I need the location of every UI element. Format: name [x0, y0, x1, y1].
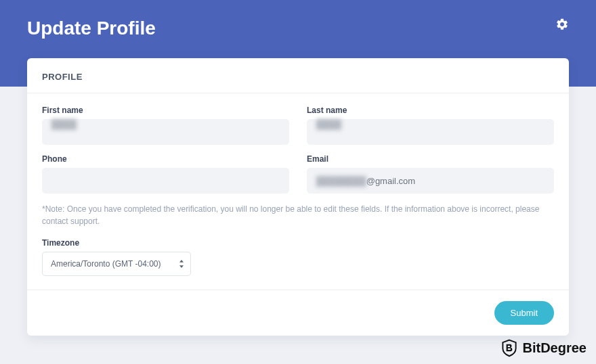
timezone-select[interactable]: America/Toronto (GMT -04:00): [42, 252, 191, 276]
phone-field[interactable]: [42, 168, 289, 194]
last-name-label: Last name: [307, 106, 554, 115]
first-name-label: First name: [42, 106, 289, 115]
verification-note: *Note: Once you have completed the verif…: [42, 203, 554, 227]
card-body: First name ████ Last name ████ Phone Ema…: [27, 93, 569, 276]
name-row: First name ████ Last name ████: [42, 106, 554, 145]
card-header: PROFILE: [27, 58, 569, 93]
page-title: Update Profile: [27, 18, 156, 39]
watermark: BitDegree: [500, 338, 587, 357]
email-label: Email: [307, 154, 554, 164]
card-footer: Submit: [27, 290, 569, 336]
email-field[interactable]: ████████@gmail.com: [307, 168, 554, 194]
svg-rect-0: [507, 346, 509, 347]
last-name-field[interactable]: ████: [307, 119, 554, 145]
svg-rect-1: [507, 348, 510, 350]
contact-row: Phone Email ████████@gmail.com: [42, 154, 554, 194]
first-name-field[interactable]: ████: [42, 119, 289, 145]
watermark-text: BitDegree: [523, 340, 587, 356]
timezone-label: Timezone: [42, 238, 554, 248]
email-value-suffix: @gmail.com: [366, 176, 415, 186]
bitdegree-shield-icon: [500, 338, 519, 357]
phone-label: Phone: [42, 154, 289, 164]
profile-card: PROFILE First name ████ Last name ████ P…: [27, 58, 569, 336]
gear-icon[interactable]: [555, 18, 569, 31]
email-value-prefix: ████████: [316, 176, 366, 186]
section-title: PROFILE: [42, 72, 554, 82]
first-name-value: ████: [51, 119, 77, 129]
submit-button[interactable]: Submit: [494, 301, 554, 325]
timezone-section: Timezone America/Toronto (GMT -04:00): [42, 238, 554, 276]
last-name-value: ████: [316, 119, 341, 129]
